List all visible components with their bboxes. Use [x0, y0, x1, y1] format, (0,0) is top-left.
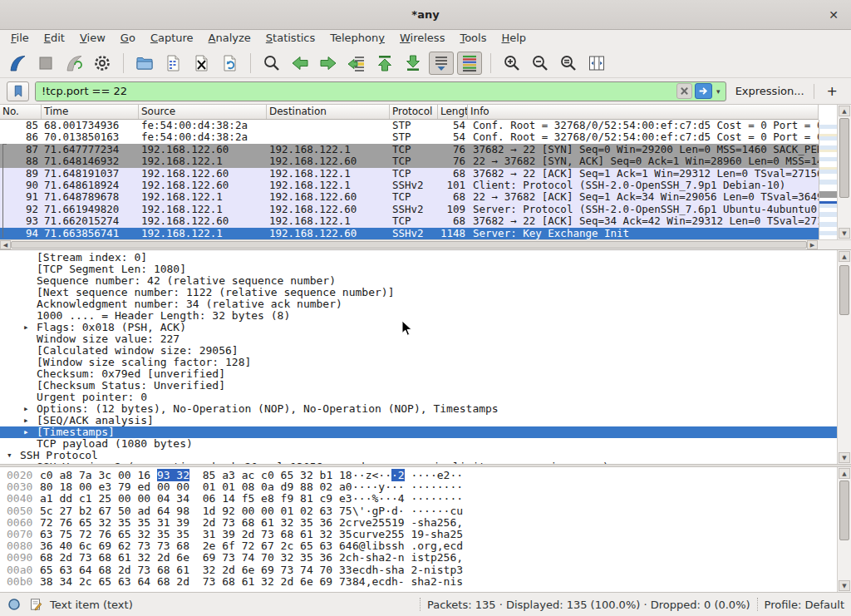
go-last-button[interactable] [401, 52, 426, 75]
close-window-button[interactable]: ✕ [826, 7, 841, 22]
go-to-packet-button[interactable] [344, 52, 369, 75]
scroll-right-arrow[interactable]: ▶ [807, 240, 818, 249]
zoom-out-button[interactable] [528, 52, 553, 75]
detail-line[interactable]: Window size value: 227 [0, 333, 837, 345]
capture-comment-button[interactable] [28, 597, 43, 612]
packet-row-86[interactable]: 8670.013850163fe:54:00:d4:38:2aSTP54Conf… [0, 131, 819, 143]
hex-ascii[interactable]: 84,ecdh- sha2-nis [352, 576, 463, 588]
expand-closed-icon[interactable]: ▸ [23, 415, 29, 426]
hex-bytes[interactable]: 36 40 6c 69 62 73 73 68 2e 6f 72 67 2c 6… [40, 540, 352, 552]
menu-help[interactable]: Help [494, 30, 534, 48]
reload-file-button[interactable] [217, 52, 242, 75]
detail-line[interactable]: ▸[SEQ/ACK analysis] [0, 415, 837, 426]
packet-row-94[interactable]: 9471.663856741192.168.122.1192.168.122.6… [0, 228, 819, 239]
hex-ascii[interactable]: 6@libssh .org,ecd [352, 540, 463, 552]
hex-ascii[interactable]: curve255 19-sha25 [352, 529, 463, 540]
detail-line[interactable]: TCP payload (1080 bytes) [0, 438, 837, 450]
menu-edit[interactable]: Edit [37, 30, 72, 48]
column-header-info[interactable]: Info [468, 105, 819, 119]
detail-line[interactable]: [Stream index: 0] [0, 252, 837, 264]
hex-bytes[interactable]: a1 dd c1 25 00 00 04 34 06 14 f5 e8 f9 8… [40, 493, 352, 505]
menu-file[interactable]: File [3, 30, 37, 48]
menu-tools[interactable]: Tools [452, 30, 494, 48]
detail-line[interactable]: [TCP Segment Len: 1080] [0, 264, 837, 275]
column-header-destination[interactable]: Destination [267, 105, 390, 119]
detail-line[interactable]: Sequence number: 42 (relative sequence n… [0, 275, 837, 287]
column-header-no[interactable]: No. [0, 105, 42, 119]
hex-row-0050[interactable]: 00505c 27 b2 67 50 ad 64 98 1d 92 00 00 … [0, 505, 837, 517]
hex-bytes[interactable]: 65 63 64 68 2d 73 68 61 32 2d 6e 69 73 7… [40, 564, 352, 576]
packet-row-91[interactable]: 9171.648789678192.168.122.1192.168.122.6… [0, 191, 819, 203]
hex-ascii[interactable]: ecdh-sha 2-nistp3 [352, 564, 463, 576]
column-header-protocol[interactable]: Protocol [390, 105, 438, 119]
filter-clear-button[interactable] [676, 83, 692, 99]
hex-bytes[interactable]: 63 75 72 76 65 32 35 35 31 39 2d 73 68 6… [40, 529, 352, 540]
hex-bytes[interactable]: 68 2d 73 68 61 32 2d 6e 69 73 74 70 32 3… [40, 552, 352, 564]
stop-capture-button[interactable] [33, 52, 58, 75]
resize-columns-button[interactable] [584, 52, 609, 75]
packet-row-93[interactable]: 9371.662015274192.168.122.60192.168.122.… [0, 215, 819, 227]
close-file-button[interactable] [189, 52, 214, 75]
scroll-thumb[interactable] [839, 118, 849, 198]
colorize-button[interactable] [457, 52, 482, 75]
zoom-100-button[interactable] [556, 52, 581, 75]
packet-row-92[interactable]: 9271.661949820192.168.122.1192.168.122.6… [0, 204, 819, 215]
menu-telephony[interactable]: Telephony [322, 30, 392, 48]
column-header-time[interactable]: Time [42, 105, 139, 119]
scroll-left-arrow[interactable]: ◀ [0, 240, 11, 249]
zoom-in-button[interactable] [499, 52, 524, 75]
detail-line[interactable]: 1000 .... = Header Length: 32 bytes (8) [0, 310, 837, 322]
hex-bytes[interactable]: 80 18 00 e3 79 ed 00 00 01 01 08 0a d9 8… [40, 481, 352, 493]
display-filter-input[interactable] [36, 82, 676, 101]
hex-row-0080[interactable]: 008036 40 6c 69 62 73 73 68 2e 6f 72 67 … [0, 540, 837, 552]
menu-view[interactable]: View [72, 30, 113, 48]
hex-bytes[interactable]: 5c 27 b2 67 50 ad 64 98 1d 92 00 00 01 0… [40, 505, 352, 517]
scroll-down-arrow[interactable]: ▼ [839, 228, 850, 239]
hex-row-00a0[interactable]: 00a065 63 64 68 2d 73 68 61 32 2d 6e 69 … [0, 564, 837, 576]
auto-scroll-button[interactable] [429, 52, 454, 75]
detail-line[interactable]: [Window size scaling factor: 128] [0, 357, 837, 368]
menu-capture[interactable]: Capture [143, 30, 201, 48]
hex-ascii[interactable]: ····y··· ········ [352, 481, 463, 493]
save-file-button[interactable] [160, 52, 185, 75]
scroll-up-arrow[interactable]: ▲ [839, 251, 850, 262]
packet-list-hscrollbar[interactable]: ◀ ▶ [0, 239, 818, 249]
find-packet-button[interactable] [259, 52, 284, 75]
hex-ascii[interactable]: ··z<···2 ····e2·· [352, 470, 463, 481]
detail-line[interactable]: Checksum: 0x79ed [unverified] [0, 368, 837, 380]
detail-line[interactable]: [Next sequence number: 1122 (relative se… [0, 287, 837, 298]
detail-line[interactable]: ▾SSH Protocol [0, 450, 837, 461]
intelligent-scrollbar-minimap[interactable] [819, 120, 837, 239]
hscroll-thumb[interactable] [11, 241, 807, 249]
detail-line[interactable]: ▸Options: (12 bytes), No-Operation (NOP)… [0, 403, 837, 415]
go-forward-button[interactable] [316, 52, 341, 75]
scroll-down-arrow[interactable]: ▼ [839, 580, 850, 591]
detail-line[interactable]: ▸Flags: 0x018 (PSH, ACK) [0, 322, 837, 333]
go-first-button[interactable] [372, 52, 397, 75]
filter-history-caret[interactable]: ▾ [714, 87, 723, 96]
scroll-down-arrow[interactable]: ▼ [839, 452, 850, 463]
hex-row-0090[interactable]: 009068 2d 73 68 61 32 2d 6e 69 73 74 70 … [0, 552, 837, 564]
hex-row-0060[interactable]: 006072 76 65 32 35 35 31 39 2d 73 68 61 … [0, 517, 837, 529]
restart-capture-button[interactable] [61, 52, 86, 75]
packet-row-87[interactable]: 8771.647777234192.168.122.60192.168.122.… [0, 144, 819, 155]
packet-row-90[interactable]: 9071.648618924192.168.122.60192.168.122.… [0, 180, 819, 191]
expand-closed-icon[interactable]: ▸ [23, 322, 29, 333]
hex-row-0040[interactable]: 0040a1 dd c1 25 00 00 04 34 06 14 f5 e8 … [0, 493, 837, 505]
menu-statistics[interactable]: Statistics [258, 30, 322, 48]
detail-line[interactable]: [Calculated window size: 29056] [0, 345, 837, 357]
scroll-up-arrow[interactable]: ▲ [839, 468, 850, 479]
scroll-thumb[interactable] [839, 265, 849, 315]
hex-ascii[interactable]: rve25519 -sha256, [352, 517, 463, 529]
filter-bookmark-button[interactable] [7, 81, 29, 101]
packet-row-89[interactable]: 8971.648191037192.168.122.60192.168.122.… [0, 168, 819, 180]
capture-options-button[interactable] [90, 52, 115, 75]
open-file-button[interactable] [132, 52, 157, 75]
hex-bytes[interactable]: 38 34 2c 65 63 64 68 2d 73 68 61 32 2d 6… [40, 576, 352, 588]
hex-ascii[interactable]: ···%···4 ········ [352, 493, 463, 505]
details-vscrollbar[interactable]: ▲ ▼ [837, 250, 851, 464]
hex-bytes[interactable]: 72 76 65 32 35 35 31 39 2d 73 68 61 32 3… [40, 517, 352, 529]
hex-ascii[interactable]: \'·gP·d· ······cu [352, 505, 463, 517]
detail-line[interactable]: [Checksum Status: Unverified] [0, 380, 837, 392]
profile-selector[interactable]: Profile: Default [765, 599, 844, 611]
